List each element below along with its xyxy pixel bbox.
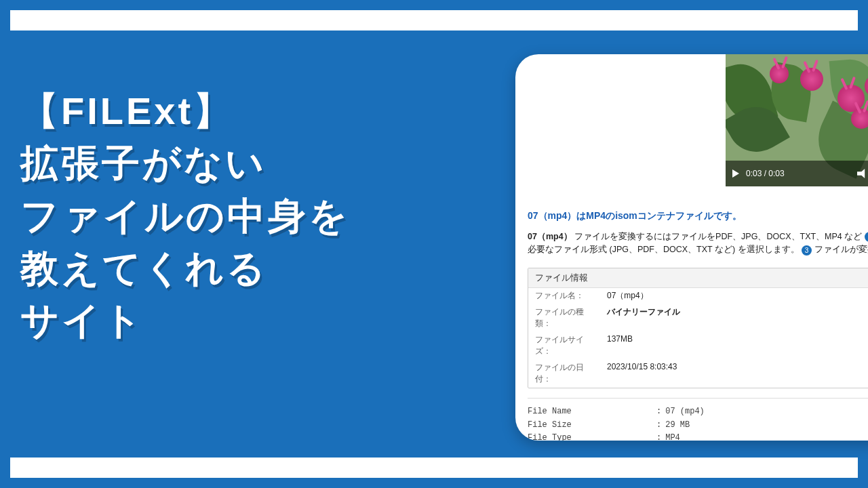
description-text: 07（mp4） ファイルを変換するにはファイルをPDF、JPG、DOCX、TXT… (528, 230, 868, 257)
card-body: 07（mp4）はMP4のisomコンテナファイルです。 07（mp4） ファイル… (528, 210, 868, 441)
info-value: バイナリーファイル (600, 304, 868, 332)
metadata-row: File Size: 29 MB (528, 419, 868, 432)
info-label: ファイルサイズ： (528, 332, 600, 360)
title-line-1: 【FILExt】 (20, 85, 350, 137)
info-value: 137MB (600, 332, 868, 360)
metadata-row: File Name: 07 (mp4) (528, 405, 868, 419)
desc-text-1: ファイルを変換するにはファイルをPDF、JPG、DOCX、TXT、MP4 など (572, 232, 863, 241)
info-label: ファイルの種類： (528, 304, 600, 332)
metadata-block: File Name: 07 (mp4)File Size: 29 MBFile … (528, 398, 868, 441)
metadata-value: 29 MB (665, 419, 690, 432)
metadata-row: File Type: MP4 (528, 432, 868, 441)
title-line-3: ファイルの中身を (20, 190, 350, 242)
title-block: 【FILExt】 拡張子がない ファイルの中身を 教えてくれる サイト (20, 85, 350, 346)
desc-text-2: 必要なファイル形式 (JPG、PDF、DOCX、TXT など) を選択します。 (528, 245, 802, 254)
bottom-band (10, 458, 858, 478)
screenshot-card: 0:03 / 0:03 07（mp4）はMP4のisomコンテナファイルです。 … (515, 54, 868, 441)
desc-bold: 07（mp4） (528, 232, 572, 241)
info-label: ファイルの日付： (528, 360, 600, 388)
title-line-4: 教えてくれる (20, 242, 350, 294)
info-label: ファイル名： (528, 288, 600, 304)
info-value: 2023/10/15 8:03:43 (600, 360, 868, 388)
metadata-key: File Name (528, 405, 656, 419)
video-controls[interactable]: 0:03 / 0:03 (726, 161, 868, 186)
top-band (10, 10, 858, 30)
step-badge-2: 3 (802, 245, 812, 256)
info-value: 07（mp4） (600, 288, 868, 304)
file-info-box: ファイル情報 ファイル名：07（mp4）ファイルの種類：バイナリーファイルファイ… (528, 268, 868, 388)
metadata-key: File Size (528, 419, 656, 432)
metadata-separator: : (656, 419, 661, 432)
play-icon[interactable] (732, 169, 739, 178)
metadata-separator: : (656, 432, 661, 441)
desc-text-3: ファイルが変換 (814, 245, 868, 254)
metadata-value: 07 (mp4) (665, 405, 705, 419)
metadata-separator: : (656, 405, 661, 419)
volume-icon[interactable] (857, 169, 868, 178)
video-thumbnail[interactable]: 0:03 / 0:03 (726, 54, 868, 186)
title-line-2: 拡張子がない (20, 137, 350, 189)
title-line-5: サイト (20, 294, 350, 346)
metadata-value: MP4 (665, 432, 680, 441)
step-badge-1: 1 (865, 232, 868, 242)
video-time: 0:03 / 0:03 (746, 169, 785, 178)
metadata-key: File Type (528, 432, 656, 441)
file-info-grid: ファイル名：07（mp4）ファイルの種類：バイナリーファイルファイルサイズ：13… (528, 288, 868, 388)
file-heading: 07（mp4）はMP4のisomコンテナファイルです。 (528, 210, 868, 222)
file-info-title: ファイル情報 (528, 268, 868, 288)
